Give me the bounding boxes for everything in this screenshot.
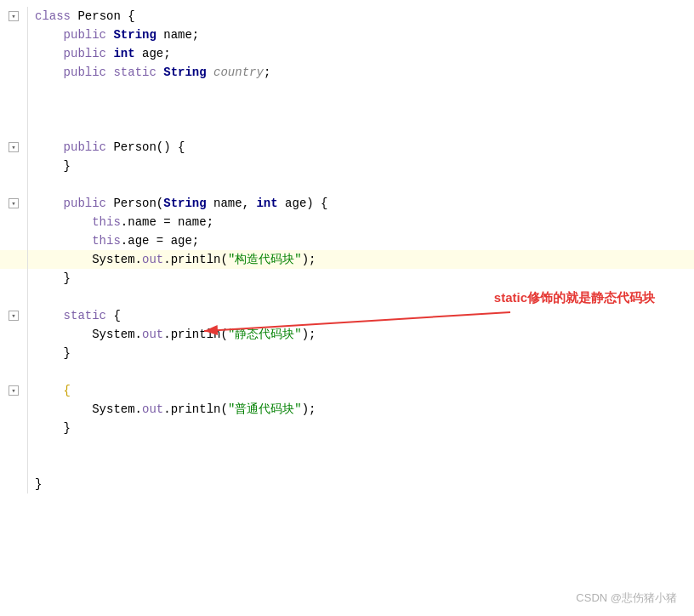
gutter xyxy=(0,437,27,456)
line-content: { xyxy=(28,381,694,400)
code-token xyxy=(35,215,92,229)
code-line: ▾ public Person() { xyxy=(0,138,694,157)
line-content: } xyxy=(28,157,694,175)
code-token: public xyxy=(64,66,114,79)
line-content: public Person() { xyxy=(28,138,694,157)
gutter xyxy=(0,400,27,419)
code-token: } xyxy=(35,477,42,491)
gutter xyxy=(0,119,27,138)
code-token: out xyxy=(142,328,163,341)
code-line xyxy=(0,437,694,456)
code-line: ▾ { xyxy=(0,381,694,400)
gutter xyxy=(0,175,27,194)
code-token: } xyxy=(35,346,71,360)
line-content xyxy=(28,82,694,100)
fold-icon[interactable]: ▾ xyxy=(9,311,19,321)
line-content: public Person(String name, int age) { xyxy=(28,194,694,213)
code-token xyxy=(35,309,64,322)
line-content: public String name; xyxy=(28,26,694,44)
code-token: "普通代码块" xyxy=(228,402,302,416)
gutter: ▾ xyxy=(0,381,27,400)
gutter xyxy=(0,157,27,175)
code-token: "构造代码块" xyxy=(228,253,302,266)
line-content xyxy=(28,119,694,138)
code-container: ▾class Person { public String name; publ… xyxy=(0,0,694,616)
code-token: "静态代码块" xyxy=(228,328,302,341)
code-line: public static String country; xyxy=(0,63,694,82)
code-token: Person() { xyxy=(113,140,185,154)
code-line xyxy=(0,288,694,306)
code-token xyxy=(35,197,64,210)
line-content xyxy=(28,437,694,456)
line-content: System.out.println("普通代码块"); xyxy=(28,400,694,419)
gutter xyxy=(0,213,27,231)
watermark: CSDN @悲伤猪小猪 xyxy=(576,590,677,606)
code-token: String xyxy=(163,197,206,210)
code-token: this xyxy=(92,215,121,229)
code-token: public xyxy=(64,28,114,42)
fold-icon[interactable]: ▾ xyxy=(9,198,19,208)
code-token: public xyxy=(64,47,114,60)
code-token: } xyxy=(35,159,71,173)
code-token: ); xyxy=(302,253,316,266)
code-token xyxy=(207,66,213,79)
gutter xyxy=(0,344,27,362)
code-token: static xyxy=(113,66,163,79)
code-token xyxy=(35,140,64,154)
code-token: } xyxy=(35,271,71,285)
code-token: country xyxy=(213,66,264,79)
gutter xyxy=(0,475,27,493)
code-token: name, xyxy=(207,197,257,210)
line-content: } xyxy=(28,344,694,362)
code-token: this xyxy=(92,234,121,248)
code-token: Person( xyxy=(113,197,163,210)
gutter xyxy=(0,288,27,306)
code-token: .println( xyxy=(163,253,228,266)
fold-icon[interactable]: ▾ xyxy=(9,11,19,21)
code-token: ; xyxy=(264,66,270,79)
code-token: static xyxy=(64,309,106,322)
line-content xyxy=(28,175,694,194)
code-line: this.name = name; xyxy=(0,213,694,231)
code-line xyxy=(0,82,694,100)
code-token: age) { xyxy=(278,197,328,210)
line-content: } xyxy=(28,269,694,288)
line-content: class Person { xyxy=(28,7,694,26)
gutter xyxy=(0,456,27,475)
code-token: System. xyxy=(35,402,142,416)
gutter xyxy=(0,362,27,381)
code-line xyxy=(0,362,694,381)
line-content: public int age; xyxy=(28,44,694,63)
code-token xyxy=(35,234,92,248)
code-line: public int age; xyxy=(0,44,694,63)
code-token: { xyxy=(64,384,71,397)
code-line: ▾ static { xyxy=(0,306,694,325)
line-content: this.age = age; xyxy=(28,231,694,250)
code-line: ▾class Person { xyxy=(0,7,694,26)
code-token xyxy=(35,28,64,42)
gutter xyxy=(0,100,27,119)
code-line xyxy=(0,100,694,119)
code-token: int xyxy=(256,197,277,210)
code-token: String xyxy=(163,66,206,79)
code-token: .age = age; xyxy=(121,234,199,248)
line-content xyxy=(28,456,694,475)
code-token: out xyxy=(142,253,163,266)
code-token: age; xyxy=(135,47,171,60)
code-token: Person xyxy=(77,9,120,23)
gutter xyxy=(0,269,27,288)
code-token: { xyxy=(121,9,135,23)
code-token xyxy=(35,384,64,397)
code-token: public xyxy=(64,197,114,210)
line-content: System.out.println("静态代码块"); xyxy=(28,325,694,344)
code-token: .println( xyxy=(163,328,228,341)
code-line: System.out.println("普通代码块"); xyxy=(0,400,694,419)
fold-icon[interactable]: ▾ xyxy=(9,142,19,152)
code-line xyxy=(0,119,694,138)
line-content: static { xyxy=(28,306,694,325)
fold-icon[interactable]: ▾ xyxy=(9,385,19,396)
code-token: .println( xyxy=(163,402,228,416)
code-token: .name = name; xyxy=(121,215,213,229)
code-token: ); xyxy=(302,402,316,416)
line-content xyxy=(28,100,694,119)
